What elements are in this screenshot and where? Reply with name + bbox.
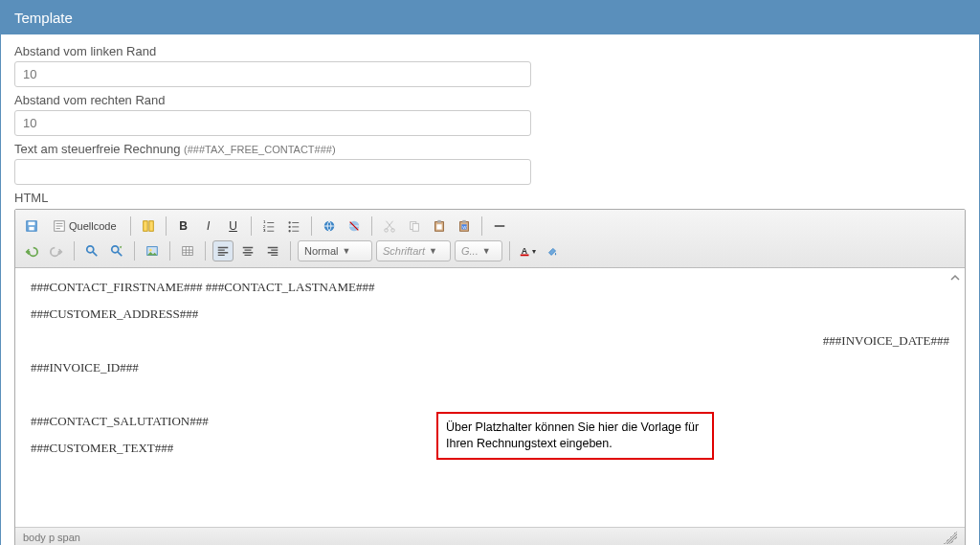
- size-select[interactable]: G... ▼: [455, 240, 502, 261]
- svg-point-28: [149, 249, 152, 252]
- editor-toolbar: Quellcode B I U 123: [15, 210, 965, 268]
- image-button[interactable]: [142, 240, 163, 261]
- redo-button[interactable]: [46, 240, 67, 261]
- tax-free-hint: (###TAX_FREE_CONTACT###): [184, 144, 336, 155]
- link-button[interactable]: [319, 216, 340, 237]
- paste-word-icon[interactable]: W: [454, 216, 475, 237]
- svg-text:3: 3: [262, 228, 265, 233]
- panel-title: Template: [1, 1, 979, 34]
- chevron-down-icon: ▼: [429, 246, 437, 256]
- align-center-button[interactable]: [237, 240, 258, 261]
- editor-line: ###CONTACT_FIRSTNAME### ###CONTACT_LASTN…: [31, 280, 949, 295]
- svg-point-26: [112, 246, 119, 253]
- italic-button[interactable]: I: [198, 216, 219, 237]
- source-button-label: Quellcode: [69, 220, 117, 232]
- svg-rect-20: [436, 224, 441, 229]
- horizontal-rule-button[interactable]: [489, 216, 510, 237]
- collapse-icon[interactable]: [949, 272, 961, 284]
- svg-rect-1: [29, 222, 35, 226]
- font-select[interactable]: Schriftart ▼: [376, 240, 451, 261]
- chevron-down-icon: ▼: [482, 246, 491, 256]
- templates-icon[interactable]: [138, 216, 159, 237]
- separator: [74, 241, 75, 261]
- separator: [134, 241, 135, 261]
- format-select[interactable]: Normal ▼: [298, 240, 372, 261]
- annotation-callout: Über Platzhalter können Sie hier die Vor…: [436, 412, 714, 460]
- separator: [290, 241, 291, 261]
- html-editor: Quellcode B I U 123: [14, 209, 966, 545]
- svg-rect-2: [29, 227, 33, 231]
- separator: [169, 241, 170, 261]
- svg-point-10: [288, 226, 290, 228]
- svg-rect-19: [437, 220, 441, 223]
- source-button[interactable]: Quellcode: [46, 216, 123, 237]
- tax-free-label-text: Text am steuerfreie Rechnung: [14, 142, 184, 156]
- unordered-list-button[interactable]: [283, 216, 304, 237]
- separator: [251, 216, 252, 236]
- bg-color-button[interactable]: [542, 240, 563, 261]
- editor-line: ###CUSTOMER_ADDRESS###: [31, 307, 949, 322]
- save-icon[interactable]: [21, 216, 42, 237]
- underline-button[interactable]: U: [223, 216, 244, 237]
- panel-body: Abstand vom linken Rand Abstand vom rech…: [1, 34, 979, 545]
- ordered-list-button[interactable]: 123: [258, 216, 279, 237]
- tax-free-input[interactable]: [14, 159, 531, 185]
- svg-rect-5: [148, 221, 152, 232]
- cut-icon[interactable]: [379, 216, 400, 237]
- svg-rect-31: [521, 255, 529, 257]
- font-select-value: Schriftart: [383, 245, 425, 257]
- svg-point-9: [288, 221, 290, 223]
- element-path[interactable]: body p span: [23, 532, 80, 543]
- tax-free-label: Text am steuerfreie Rechnung (###TAX_FRE…: [14, 142, 966, 156]
- right-margin-input[interactable]: [14, 110, 531, 136]
- svg-point-11: [288, 230, 290, 232]
- separator: [205, 241, 206, 261]
- left-margin-input[interactable]: [14, 61, 531, 87]
- svg-rect-29: [183, 247, 193, 256]
- separator: [166, 216, 167, 236]
- align-left-button[interactable]: [212, 240, 234, 261]
- template-panel: Template Abstand vom linken Rand Abstand…: [0, 0, 980, 545]
- separator: [509, 241, 510, 261]
- size-select-value: G...: [461, 245, 479, 257]
- paste-icon[interactable]: [429, 216, 450, 237]
- separator: [481, 216, 482, 236]
- resize-grip[interactable]: [944, 531, 957, 544]
- format-select-value: Normal: [304, 245, 338, 257]
- copy-icon[interactable]: [404, 216, 425, 237]
- editor-line: ###INVOICE_DATE###: [31, 333, 949, 349]
- separator: [311, 216, 312, 236]
- svg-point-25: [87, 246, 94, 253]
- editor-content-area[interactable]: ###CONTACT_FIRSTNAME### ###CONTACT_LASTN…: [15, 268, 965, 527]
- align-right-button[interactable]: [262, 240, 283, 261]
- find-button[interactable]: [81, 240, 102, 261]
- editor-status-bar: body p span: [15, 527, 965, 545]
- svg-rect-22: [462, 220, 466, 223]
- right-margin-label: Abstand vom rechten Rand: [14, 93, 966, 107]
- text-color-button[interactable]: A▾: [517, 240, 538, 261]
- separator: [371, 216, 372, 236]
- editor-line: ###INVOICE_ID###: [31, 360, 949, 375]
- separator: [130, 216, 131, 236]
- chevron-down-icon: ▼: [342, 246, 350, 256]
- svg-rect-4: [143, 221, 146, 232]
- svg-text:A: A: [522, 246, 528, 256]
- undo-button[interactable]: [21, 240, 42, 261]
- unlink-button[interactable]: [344, 216, 365, 237]
- table-button[interactable]: [177, 240, 198, 261]
- svg-rect-17: [412, 223, 418, 231]
- html-label: HTML: [14, 191, 966, 205]
- replace-button[interactable]: [106, 240, 127, 261]
- bold-button[interactable]: B: [173, 216, 194, 237]
- left-margin-label: Abstand vom linken Rand: [14, 44, 966, 58]
